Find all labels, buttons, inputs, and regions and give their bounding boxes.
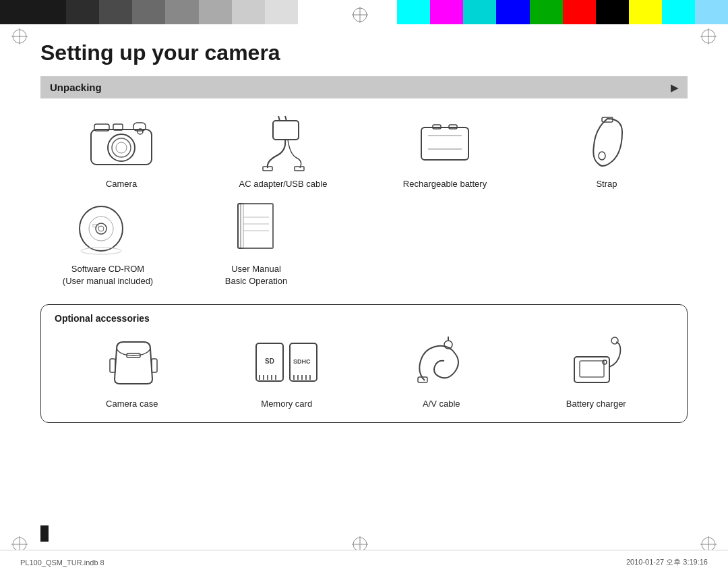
- optional-items-grid: Camera case SD SDHC: [55, 326, 673, 410]
- item-camera: Camera: [67, 112, 175, 190]
- svg-point-37: [599, 152, 605, 160]
- svg-line-28: [285, 116, 286, 121]
- item-adapter: AC adapter/USB cable: [229, 112, 337, 190]
- svg-point-38: [80, 206, 123, 251]
- svg-rect-26: [273, 121, 299, 140]
- item-case: Camera case: [78, 332, 186, 410]
- item-avcable-label: A/V cable: [423, 398, 460, 410]
- strap-icon: [588, 112, 626, 173]
- svg-rect-71: [580, 361, 604, 377]
- battery-icon: [418, 112, 472, 173]
- svg-text:SDHC: SDHC: [293, 358, 311, 365]
- item-case-label: Camera case: [106, 398, 158, 410]
- item-manual: User ManualBasic Operation: [202, 197, 310, 287]
- unpacking-section-header: Unpacking ▶: [40, 76, 688, 98]
- item-battery-label: Rechargeable battery: [403, 178, 487, 190]
- item-strap: Strap: [553, 112, 661, 190]
- item-avcable: A/V cable: [388, 332, 495, 410]
- item-memcard: SD SDHC: [233, 332, 340, 410]
- svg-point-40: [98, 226, 104, 231]
- item-adapter-label: AC adapter/USB cable: [239, 178, 328, 190]
- item-memcard-label: Memory card: [261, 398, 312, 410]
- optional-label: Optional accessories: [55, 313, 673, 324]
- item-cd: CD Software CD-ROM(User manual included): [54, 197, 162, 287]
- svg-rect-51: [110, 359, 115, 372]
- svg-rect-31: [421, 127, 468, 160]
- item-manual-label: User ManualBasic Operation: [225, 263, 288, 287]
- bottom-right-text: 2010-01-27 오후 3:19:16: [626, 557, 708, 567]
- svg-rect-45: [241, 204, 273, 248]
- unpacking-label: Unpacking: [50, 82, 102, 93]
- svg-point-73: [611, 337, 618, 344]
- svg-text:SD: SD: [265, 357, 274, 365]
- svg-rect-46: [243, 204, 273, 248]
- optional-accessories-box: Optional accessories: [40, 304, 688, 423]
- reg-mark-right: [699, 27, 718, 46]
- bottom-left-text: PL100_QSM_TUR.indb 8: [20, 558, 104, 567]
- svg-point-72: [603, 360, 607, 364]
- section-arrow: ▶: [671, 82, 678, 93]
- adapter-icon: [253, 112, 313, 173]
- svg-text:CD: CD: [92, 223, 99, 228]
- case-icon: [107, 332, 157, 393]
- item-charger: Battery charger: [542, 332, 650, 410]
- svg-rect-52: [152, 359, 157, 372]
- avcable-icon: [415, 332, 468, 393]
- manual-icon: [233, 197, 280, 258]
- page-number-bar: [40, 525, 49, 542]
- item-charger-label: Battery charger: [566, 398, 626, 410]
- reg-mark-left: [10, 27, 29, 46]
- camera-icon: [88, 112, 155, 173]
- svg-point-41: [89, 217, 113, 241]
- bottom-bar: PL100_QSM_TUR.indb 8 2010-01-27 오후 3:19:…: [0, 550, 728, 574]
- page-title: Setting up your camera: [40, 40, 688, 65]
- item-cd-label: Software CD-ROM(User manual included): [63, 263, 153, 287]
- charger-icon: [568, 332, 625, 393]
- svg-rect-30: [295, 167, 304, 171]
- item-camera-label: Camera: [106, 178, 137, 190]
- reg-mark-top-center: [351, 5, 369, 24]
- unpacking-items-row1: Camera AC adapter/USB cable: [40, 98, 688, 197]
- cd-icon: CD: [78, 197, 138, 258]
- svg-line-27: [278, 116, 280, 121]
- main-content: Setting up your camera Unpacking ▶: [40, 34, 688, 540]
- svg-point-20: [112, 138, 131, 157]
- memcard-icon: SD SDHC: [253, 332, 320, 393]
- item-strap-label: Strap: [596, 178, 617, 190]
- item-battery: Rechargeable battery: [391, 112, 499, 190]
- unpacking-items-row2: CD Software CD-ROM(User manual included): [40, 197, 688, 295]
- svg-point-21: [116, 142, 127, 153]
